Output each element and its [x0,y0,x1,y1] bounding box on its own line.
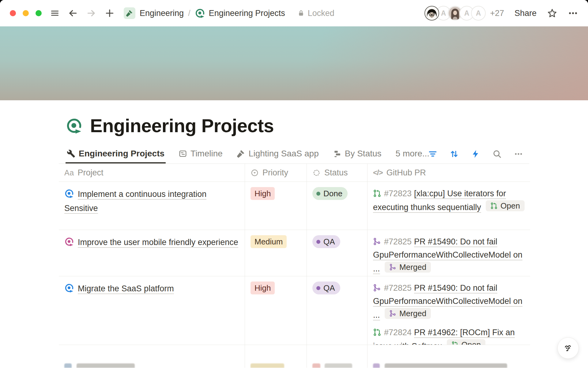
clipped-pill-fragment [325,363,352,368]
pr-state-badge: Open [486,200,525,211]
status-cell[interactable]: Done [307,182,368,230]
pr-entry: #72825PR #15490: Do not fail GpuPerforma… [373,282,525,322]
avatar[interactable] [424,6,439,21]
project-cell[interactable] [59,345,245,368]
column-label: Status [324,168,348,178]
tab-timeline[interactable]: Timeline [177,147,224,163]
breadcrumb-page[interactable]: Engineering Projects [209,9,285,18]
project-cell[interactable]: Implement a continuous integration Sensi… [59,182,245,230]
collaborators-overflow-count[interactable]: +27 [490,9,504,18]
search-icon[interactable] [492,149,502,159]
priority-pill: High [251,187,275,200]
github-pr-cell[interactable]: #72825PR #15490: Do not fail GpuPerforma… [368,230,530,276]
status-cell[interactable]: QA [307,230,368,276]
pr-state-label: Open [462,341,481,345]
column-header-status[interactable]: Status [307,164,368,182]
status-spinner-icon [312,169,321,177]
page-cover-image[interactable] [0,26,588,100]
pr-number: #72825 [384,237,412,246]
project-title-link[interactable]: Implement a continuous integration Sensi… [64,190,206,214]
priority-cell[interactable] [245,345,307,368]
board-icon [333,149,341,158]
tab-engineering-projects[interactable]: Engineering Projects [66,147,166,163]
git-merge-icon [389,310,397,317]
column-header-priority[interactable]: Priority [245,164,307,182]
priority-cell[interactable]: Medium [245,230,307,276]
priority-cell[interactable]: High [245,182,307,230]
sort-icon[interactable] [449,149,459,159]
pr-state-badge: Merged [385,308,431,319]
column-header-github-pr[interactable]: </> GitHub PR [368,164,530,182]
status-pill: QA [312,282,340,294]
status-dot [316,286,320,290]
pr-entry: #72823[xla:cpu] Use iterators for execut… [373,187,525,214]
page-title-cycle-icon[interactable] [66,117,83,134]
locked-indicator[interactable]: Locked [297,9,334,18]
column-header-project[interactable]: Aa Project [59,164,245,182]
pr-state-label: Merged [399,309,426,317]
view-options-ellipsis-icon[interactable] [513,149,524,159]
clipped-icon-fragment [373,363,380,368]
ai-face-icon [562,342,574,354]
pr-entry: #72825PR #15490: Do not fail GpuPerforma… [373,235,525,275]
status-cell[interactable]: QA [307,276,368,345]
timeline-icon [179,149,187,158]
priority-pill: High [251,282,275,294]
zoom-window-button[interactable] [36,10,42,16]
git-pull-request-open-icon [451,341,459,345]
breadcrumb-teamspace[interactable]: Engineering [140,9,184,18]
notion-ai-button[interactable] [557,337,579,359]
breadcrumb: Engineering / Engineering Projects [124,7,285,19]
more-views-button[interactable]: 5 more... [395,147,429,163]
forward-arrow-icon[interactable] [86,8,96,18]
tab-lighting-saas-app[interactable]: Lighting SaaS app [236,147,320,163]
title-property-icon: Aa [64,168,74,177]
pr-state-label: Open [500,202,520,210]
avatar[interactable]: A [471,6,486,21]
minimize-window-button[interactable] [23,10,29,16]
app-window: Engineering / Engineering Projects Locke… [0,0,588,368]
github-pr-cell[interactable]: #72823[xla:cpu] Use iterators for execut… [368,182,530,230]
tab-label: Lighting SaaS app [249,149,319,159]
status-label: QA [323,238,335,246]
code-property-icon: </> [373,168,383,177]
status-dot [316,240,320,244]
priority-cell[interactable]: High [245,276,307,345]
filter-icon[interactable] [428,149,438,159]
table-row: Migrate the SaaS platform High QA #72825… [59,276,530,345]
git-merge-icon [373,237,381,246]
git-pull-request-open-icon [373,189,381,197]
clipped-row-text-fragment [77,363,135,368]
automation-lightning-icon[interactable] [470,149,481,159]
collaborator-avatars[interactable]: A A A [424,6,486,21]
project-title-link[interactable]: Improve the user mobile friendly experie… [78,238,238,248]
project-title-link[interactable]: Migrate the SaaS platform [78,284,174,294]
sidebar-menu-icon[interactable] [50,9,59,18]
status-pill: QA [312,235,340,248]
close-window-button[interactable] [10,10,16,16]
tab-by-status[interactable]: By Status [332,147,383,163]
clipped-text-fragment [385,363,507,368]
more-options-icon[interactable] [568,8,578,18]
project-cell[interactable]: Migrate the SaaS platform [59,276,245,345]
status-cell[interactable] [307,345,368,368]
teamspace-hammer-icon[interactable] [124,7,135,19]
window-titlebar: Engineering / Engineering Projects Locke… [0,0,588,26]
favorite-star-icon[interactable] [547,8,557,18]
table-row: Implement a continuous integration Sensi… [59,182,530,230]
git-pull-request-open-icon [373,328,381,336]
pr-entry: #72824PR #14962: [ROCm] Fix an issue wit… [373,326,525,345]
project-cell[interactable]: Improve the user mobile friendly experie… [59,230,245,276]
table-row-clipped [59,345,530,368]
priority-pill: Medium [251,235,287,248]
traffic-lights [10,10,42,16]
share-button[interactable]: Share [514,9,537,18]
github-pr-cell[interactable] [368,345,530,368]
new-tab-plus-icon[interactable] [105,8,115,18]
page-title[interactable]: Engineering Projects [90,115,274,136]
back-arrow-icon[interactable] [68,8,78,18]
column-label: GitHub PR [386,168,426,178]
github-pr-cell[interactable]: #72825PR #15490: Do not fail GpuPerforma… [368,276,530,345]
clipped-pill-fragment [312,363,320,368]
wrench-icon [67,149,75,158]
